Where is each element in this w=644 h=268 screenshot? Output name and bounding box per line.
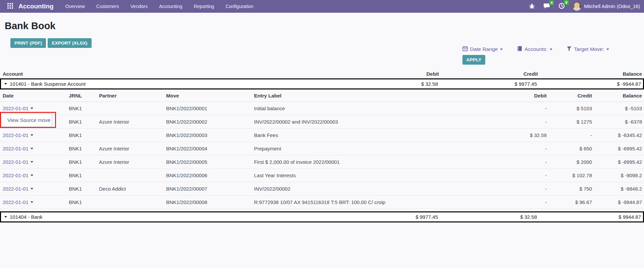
view-source-move-menu-item[interactable]: View Source move <box>1 114 52 127</box>
cell-move: BNK1/2022/00003 <box>163 132 251 138</box>
cell-entry-label: Prepayment <box>251 146 494 151</box>
chevron-down-icon <box>31 161 33 163</box>
activities-badge: 8 <box>564 0 569 5</box>
chevron-down-icon <box>550 49 552 50</box>
date-range-label: Date Range <box>470 46 498 52</box>
user-avatar <box>573 2 581 11</box>
date-toggle[interactable]: 2022-01-01 <box>3 159 33 165</box>
table-row: BNK1Azure InteriorBNK1/2022/00002INV/202… <box>0 115 644 129</box>
group-row-bank-suspense[interactable]: 101401 - Bank Suspense Account $ 32.58 $… <box>0 78 644 89</box>
cell-move: BNK1/2022/00006 <box>163 173 251 178</box>
cell-entry-label: Bank Fees <box>251 132 494 138</box>
date-toggle[interactable]: 2022-01-01 <box>3 146 33 151</box>
cell-jrnl: BNK1 <box>66 119 96 125</box>
accounts-filter[interactable]: Accounts: <box>517 46 552 53</box>
group-row-bank[interactable]: 101404 - Bank $ 9977.45 $ 32.58 $ 9944.8… <box>0 211 644 222</box>
group-balance: $ -9944.87 <box>538 81 643 87</box>
date-toggle[interactable]: 2022-01-01 <box>3 132 33 138</box>
app-brand[interactable]: Accounting <box>18 3 54 10</box>
debit-column-header: Debit <box>338 71 440 77</box>
cell-date: 2022-01-01 <box>0 106 66 111</box>
group-account-name: 101404 - Bank <box>10 214 43 220</box>
report-toolbar: PRINT (PDF) EXPORT (XLSX) Date Range <box>0 38 644 65</box>
cell-date: 2022-01-01 <box>0 186 66 192</box>
nav-item-customers[interactable]: Customers <box>91 0 125 13</box>
cell-partner: Deco Addict <box>96 186 163 192</box>
jrnl-header: JRNL <box>66 93 96 98</box>
cell-credit: $ 650 <box>548 146 593 151</box>
cell-move: BNK1/2022/00004 <box>163 146 251 151</box>
cell-credit: $ 102.78 <box>548 173 593 178</box>
user-name: Mitchell Admin (Odoo_16) <box>584 4 640 9</box>
cell-jrnl: BNK1 <box>66 186 96 192</box>
nav-item-vendors[interactable]: Vendors <box>125 0 153 13</box>
activities-button[interactable]: 8 <box>558 2 565 11</box>
cell-entry-label: Initial balance <box>251 106 494 111</box>
messages-button[interactable]: 4 <box>543 2 551 11</box>
cell-credit: $ 750 <box>548 186 593 192</box>
cell-date: 2022-01-01 <box>0 132 66 138</box>
table-row: 2022-01-01BNK1BNK1/2022/00001Initial bal… <box>0 102 644 115</box>
cell-credit: $ 2000 <box>548 159 593 165</box>
date-toggle[interactable]: 2022-01-01 <box>3 186 33 192</box>
apply-button[interactable]: APPLY <box>462 55 486 65</box>
chevron-down-icon <box>31 201 33 203</box>
bug-icon <box>529 3 535 10</box>
cell-partner: Azure Interior <box>96 119 163 125</box>
date-header: Date <box>0 93 66 98</box>
cell-move: BNK1/2022/00007 <box>163 186 251 192</box>
cell-partner: Azure Interior <box>96 146 163 151</box>
nav-item-reporting[interactable]: Reporting <box>188 0 220 13</box>
export-xlsx-button[interactable]: EXPORT (XLSX) <box>48 38 91 48</box>
target-move-filter[interactable]: Target Move: <box>567 46 609 53</box>
page-title: Bank Book <box>5 20 644 32</box>
nav-item-overview[interactable]: Overview <box>60 0 91 13</box>
chevron-down-icon <box>31 148 33 149</box>
cell-credit: - <box>548 132 593 138</box>
table-row: 2022-01-01BNK1Azure InteriorBNK1/2022/00… <box>0 142 644 155</box>
cell-credit: $ 5103 <box>548 106 593 111</box>
group-debit: $ 9977.45 <box>337 214 439 220</box>
date-toggle[interactable]: 2022-01-01 <box>3 106 33 111</box>
cell-balance: $ -9944.87 <box>593 199 644 205</box>
apps-grid-icon <box>7 3 13 10</box>
cell-balance: $ -9098.2 <box>593 173 644 178</box>
date-range-filter[interactable]: Date Range <box>462 46 503 53</box>
date-toggle[interactable]: 2022-01-01 <box>3 199 33 205</box>
cell-debit: - <box>494 173 548 178</box>
partner-header: Partner <box>96 93 163 98</box>
chevron-down-icon <box>31 188 33 190</box>
apps-menu-button[interactable] <box>6 2 14 11</box>
nav-item-accounting[interactable]: Accounting <box>153 0 188 13</box>
date-toggle[interactable]: 2022-01-01 <box>3 173 33 178</box>
cell-debit: - <box>494 186 548 192</box>
cell-debit: - <box>494 106 548 111</box>
collapse-caret-icon <box>4 83 7 85</box>
nav-item-configuration[interactable]: Configuration <box>220 0 259 13</box>
target-move-label: Target Move: <box>574 46 604 52</box>
debug-button[interactable] <box>528 2 536 11</box>
collapse-caret-icon <box>4 216 7 218</box>
chevron-down-icon <box>31 108 33 109</box>
table-row: 2022-01-01BNK1BNK1/2022/00006Last Year I… <box>0 169 644 182</box>
print-pdf-button[interactable]: PRINT (PDF) <box>10 38 46 48</box>
group-credit: $ 32.58 <box>439 214 538 220</box>
debit-header: Debit <box>494 93 548 98</box>
main-menu: OverviewCustomersVendorsAccountingReport… <box>60 0 259 13</box>
chevron-down-icon <box>31 175 33 176</box>
balance-header: Balance <box>593 93 644 98</box>
cell-balance: $ -6995.42 <box>593 146 644 151</box>
summary-header-row: Account Debit Credit Balance <box>0 69 644 78</box>
ledger-rows: View Source move 2022-01-01BNK1BNK1/2022… <box>0 102 644 209</box>
messages-badge: 4 <box>549 0 554 5</box>
table-row: 2022-01-01BNK1Azure InteriorBNK1/2022/00… <box>0 155 644 169</box>
entry-label-header: Entry Label <box>251 93 494 98</box>
top-navbar: Accounting OverviewCustomersVendorsAccou… <box>0 0 644 13</box>
user-menu[interactable]: Mitchell Admin (Odoo_16) <box>573 2 640 11</box>
cell-entry-label: INV/2022/00002 and INV/2022/00003 <box>251 119 494 125</box>
cell-entry-label: R:9772938 10/07 AX 9415116318 T:5 BRT: 1… <box>251 199 494 205</box>
cell-credit: $ 96.67 <box>548 199 593 205</box>
detail-header-row: Date JRNL Partner Move Entry Label Debit… <box>0 89 644 102</box>
chevron-down-icon <box>606 49 609 50</box>
cell-date: 2022-01-01 <box>0 199 66 205</box>
